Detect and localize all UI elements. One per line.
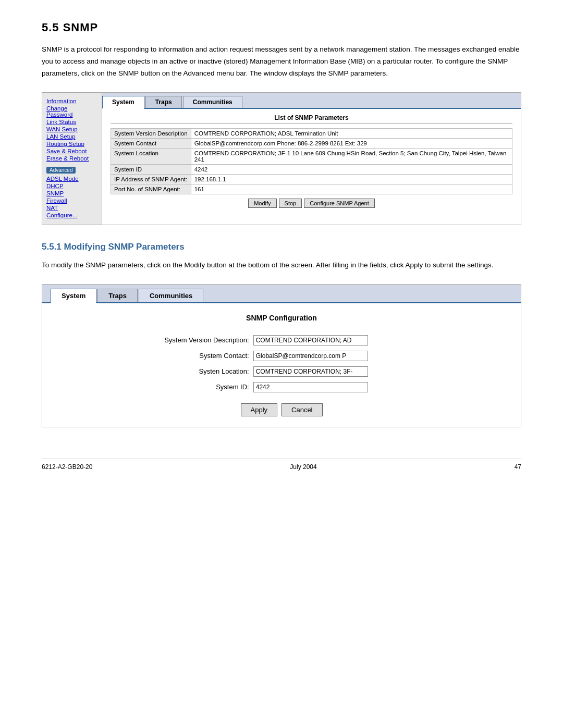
param-value-2: COMTREND CORPORATION; 3F-1 10 Lane 609 C…	[191, 148, 512, 164]
cancel-button[interactable]: Cancel	[282, 403, 322, 416]
config-tabs: System Traps Communities	[42, 285, 521, 303]
subsection-title: 5.5.1 Modifying SNMP Parameters	[42, 242, 521, 252]
first-screenshot-tabs: System Traps Communities	[102, 93, 521, 109]
footer-center: July 2004	[290, 463, 316, 471]
param-value-0: COMTREND CORPORATION; ADSL Termination U…	[191, 128, 512, 138]
table-row: Port No. of SNMP Agent: 161	[111, 184, 512, 194]
section-title: 5.5 SNMP	[42, 21, 521, 34]
config-label-0: System Version Description:	[58, 332, 253, 348]
config-row-2: Systen Location:	[58, 364, 505, 379]
system-version-input[interactable]	[253, 335, 368, 346]
sidebar-link-link-status[interactable]: Link Status	[46, 119, 97, 125]
config-row-0: System Version Description:	[58, 332, 505, 348]
configure-snmp-agent-button[interactable]: Configure SNMP Agent	[304, 199, 375, 208]
sidebar: Information ChangePassword Link Status W…	[42, 93, 102, 225]
config-section-header: SNMP Configuration	[58, 314, 505, 322]
first-screenshot: Information ChangePassword Link Status W…	[42, 92, 521, 225]
param-label-2: System Location	[111, 148, 191, 164]
sidebar-link-wan-setup[interactable]: WAN Setup	[46, 126, 97, 132]
config-input-1	[253, 348, 505, 364]
config-inner: SNMP Configuration System Version Descri…	[42, 303, 521, 427]
footer-right: 47	[515, 463, 521, 471]
param-value-4: 192.168.1.1	[191, 174, 512, 184]
table-row: System ID 4242	[111, 164, 512, 174]
tab-communities[interactable]: Communities	[183, 96, 242, 108]
param-label-1: System Contact	[111, 138, 191, 148]
sidebar-link-routing-setup[interactable]: Routing Setup	[46, 141, 97, 147]
sidebar-link-change-password[interactable]: ChangePassword	[46, 105, 97, 118]
config-input-2	[253, 364, 505, 379]
subsection-body: To modify the SNMP parameters, click on …	[42, 260, 521, 272]
system-location-input[interactable]	[253, 366, 368, 377]
param-label-5: Port No. of SNMP Agent:	[111, 184, 191, 194]
first-screenshot-btn-row: Modify Stop Configure SNMP Agent	[111, 199, 512, 208]
footer: 6212-A2-GB20-20 July 2004 47	[42, 459, 521, 471]
config-label-2: Systen Location:	[58, 364, 253, 379]
sidebar-link-firewall[interactable]: Firewall	[46, 198, 97, 204]
config-form: System Version Description: System Conta…	[58, 332, 505, 395]
param-value-3: 4242	[191, 164, 512, 174]
config-label-1: System Contact:	[58, 348, 253, 364]
first-screenshot-content: List of SNMP Parameters System Version D…	[102, 109, 521, 216]
sidebar-link-configure[interactable]: Configure...	[46, 212, 97, 218]
sidebar-link-erase-reboot[interactable]: Erase & Reboot	[46, 155, 97, 162]
system-id-input[interactable]	[253, 382, 368, 392]
table-row: System Version Description COMTREND CORP…	[111, 128, 512, 138]
modify-button[interactable]: Modify	[248, 199, 276, 208]
config-input-3	[253, 379, 505, 395]
param-value-1: GlobalSP@comtrendcorp.com Phone: 886-2-2…	[191, 138, 512, 148]
config-input-0	[253, 332, 505, 348]
param-value-5: 161	[191, 184, 512, 194]
sidebar-link-snmp[interactable]: SNMP	[46, 190, 97, 196]
list-header: List of SNMP Parameters	[111, 114, 512, 124]
body-text: SNMP is a protocol for responding to inf…	[42, 44, 521, 80]
config-label-3: System ID:	[58, 379, 253, 395]
params-table: System Version Description COMTREND CORP…	[111, 128, 512, 194]
sidebar-link-adsl-mode[interactable]: ADSL Mode	[46, 176, 97, 182]
table-row: IP Address of SNMP Agent: 192.168.1.1	[111, 174, 512, 184]
config-row-3: System ID:	[58, 379, 505, 395]
tab-traps[interactable]: Traps	[145, 96, 182, 108]
config-row-1: System Contact:	[58, 348, 505, 364]
table-row: System Contact GlobalSP@comtrendcorp.com…	[111, 138, 512, 148]
advanced-badge: Advanced	[46, 167, 76, 174]
footer-left: 6212-A2-GB20-20	[42, 463, 92, 471]
config-screenshot: System Traps Communities SNMP Configurat…	[42, 284, 521, 427]
sidebar-link-lan-setup[interactable]: LAN Setup	[46, 133, 97, 140]
sidebar-link-save-reboot[interactable]: Save & Reboot	[46, 148, 97, 154]
config-tab-traps[interactable]: Traps	[97, 289, 138, 302]
table-row: System Location COMTREND CORPORATION; 3F…	[111, 148, 512, 164]
apply-button[interactable]: Apply	[241, 403, 278, 416]
sidebar-link-nat[interactable]: NAT	[46, 205, 97, 211]
tab-system[interactable]: System	[102, 96, 144, 109]
config-tab-system[interactable]: System	[51, 289, 96, 303]
sidebar-link-dhcp[interactable]: DHCP	[46, 183, 97, 189]
system-contact-input[interactable]	[253, 351, 368, 361]
sidebar-link-information[interactable]: Information	[46, 98, 97, 104]
param-label-0: System Version Description	[111, 128, 191, 138]
param-label-4: IP Address of SNMP Agent:	[111, 174, 191, 184]
param-label-3: System ID	[111, 164, 191, 174]
config-btn-row: Apply Cancel	[58, 403, 505, 416]
stop-button[interactable]: Stop	[279, 199, 302, 208]
config-tab-communities[interactable]: Communities	[139, 289, 203, 302]
first-screenshot-main: System Traps Communities List of SNMP Pa…	[102, 93, 521, 225]
